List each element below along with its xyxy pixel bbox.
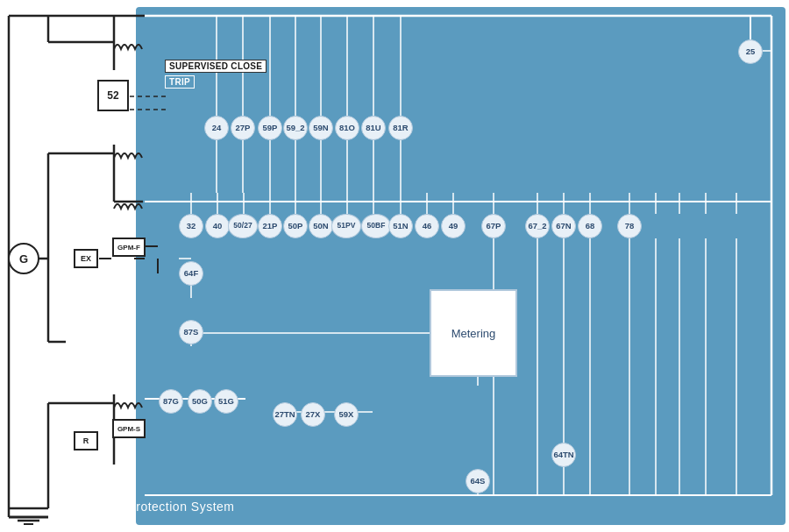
node-40[interactable]: 40 (205, 214, 230, 238)
gpm-s-label: GPM-S (117, 425, 140, 433)
node-59x[interactable]: 59X (334, 402, 359, 427)
g60-label: G60 Generator Protection System (18, 493, 235, 516)
node-51n[interactable]: 51N (388, 214, 413, 238)
node-64tn[interactable]: 64TN (551, 443, 576, 467)
node-51g[interactable]: 51G (214, 389, 238, 414)
supervised-close-label: SUPERVISED CLOSE (165, 60, 267, 73)
g60-text: G60 (18, 493, 55, 515)
gpm-f-label: GPM-F (117, 244, 140, 252)
node-67p[interactable]: 67P (481, 214, 506, 238)
node-64s[interactable]: 64S (466, 469, 490, 493)
node-81u[interactable]: 81U (361, 116, 386, 140)
transformer-mid-coil (112, 142, 147, 161)
node-32[interactable]: 32 (179, 214, 203, 238)
transformer-bottom-symbol (112, 392, 147, 411)
node-27p[interactable]: 27P (231, 116, 255, 140)
blue-panel (136, 7, 785, 525)
node-87s[interactable]: 87S (179, 320, 203, 344)
generator-symbol: G (8, 243, 39, 274)
node-68[interactable]: 68 (578, 214, 602, 238)
node-78[interactable]: 78 (617, 214, 642, 238)
r-box: R (74, 431, 98, 450)
node-59-2[interactable]: 59_2 (283, 116, 308, 140)
main-container: G60 Generator Protection System SUPERVIS… (0, 0, 789, 532)
trip-label: TRIP (165, 75, 195, 89)
gpm-s-box: GPM-S (112, 419, 146, 438)
node-50n[interactable]: 50N (309, 214, 333, 238)
ex-label: EX (81, 254, 91, 263)
node-21p[interactable]: 21P (258, 214, 282, 238)
node-46[interactable]: 46 (415, 214, 439, 238)
node-50-27[interactable]: 50/27 (228, 214, 258, 238)
node-27x[interactable]: 27X (301, 402, 325, 427)
node-27tn[interactable]: 27TN (273, 402, 297, 427)
metering-box: Metering (430, 289, 517, 377)
node-64f[interactable]: 64F (179, 261, 203, 286)
r-label: R (83, 436, 89, 445)
generator-protection-text: Generator Protection System (64, 500, 234, 514)
node-49[interactable]: 49 (441, 214, 466, 238)
breaker-label: 52 (107, 89, 118, 102)
node-81o[interactable]: 81O (335, 116, 359, 140)
node-50p[interactable]: 50P (283, 214, 308, 238)
node-50g[interactable]: 50G (188, 389, 212, 414)
ex-box: EX (74, 249, 98, 268)
transformer-top-symbol (112, 193, 147, 212)
gpm-f-box: GPM-F (112, 238, 146, 257)
node-81r[interactable]: 81R (388, 116, 413, 140)
node-67n[interactable]: 67N (551, 214, 576, 238)
transformer-upper-coil (112, 33, 147, 53)
generator-label: G (19, 252, 28, 266)
node-50bf[interactable]: 50BF (361, 214, 391, 238)
node-87g[interactable]: 87G (159, 389, 183, 414)
breaker-52[interactable]: 52 (97, 80, 129, 111)
node-51pv[interactable]: 51PV (331, 214, 361, 238)
node-59n[interactable]: 59N (309, 116, 333, 140)
node-67-2[interactable]: 67_2 (525, 214, 550, 238)
node-59p[interactable]: 59P (258, 116, 282, 140)
metering-label: Metering (451, 327, 496, 340)
node-25[interactable]: 25 (738, 39, 763, 64)
node-24[interactable]: 24 (204, 116, 229, 140)
